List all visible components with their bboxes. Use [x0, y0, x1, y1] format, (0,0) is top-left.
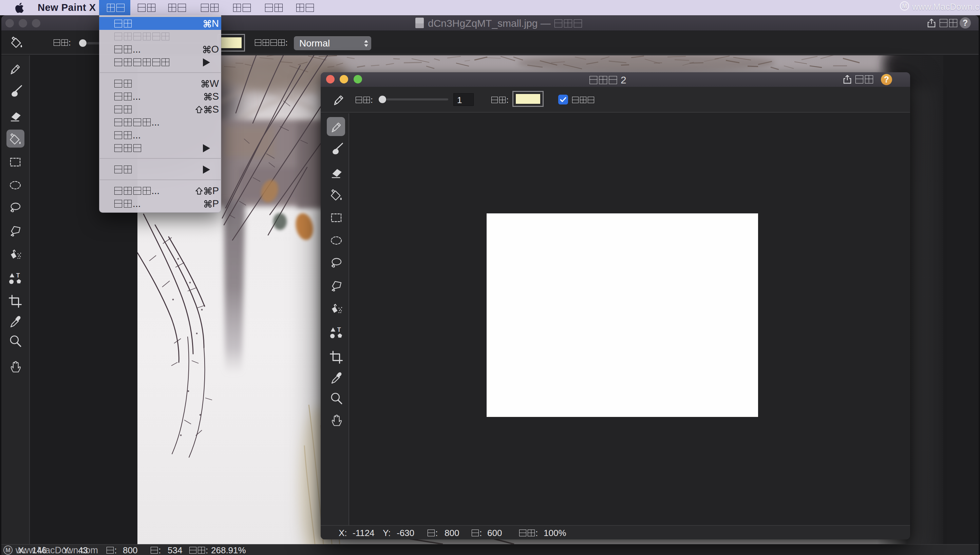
- svg-text:T: T: [337, 326, 341, 333]
- svg-text:T: T: [16, 272, 20, 279]
